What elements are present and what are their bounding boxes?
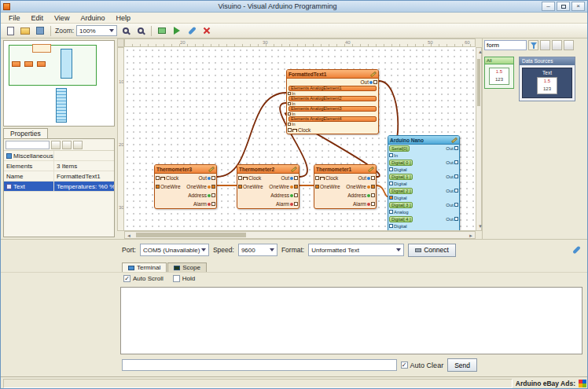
zoom-select[interactable]: 100% (76, 25, 117, 36)
menu-edit[interactable]: Edit (27, 13, 49, 23)
run-button[interactable] (171, 25, 183, 37)
overview-minimap[interactable] (3, 40, 115, 127)
serial-settings-button[interactable] (570, 244, 582, 256)
scroll-left-icon[interactable]: ◄ (127, 233, 131, 239)
onewire-pin[interactable] (238, 185, 242, 189)
properties-filter-input[interactable] (6, 141, 50, 149)
clock-pin[interactable] (156, 176, 160, 180)
settings-button[interactable] (186, 25, 198, 37)
category-view-icon[interactable] (51, 141, 61, 149)
onewire-pin[interactable] (294, 185, 298, 189)
menu-arduino[interactable]: Arduino (75, 13, 109, 23)
element-header[interactable]: Elements AnalogElement3 (288, 106, 377, 112)
in-pin[interactable] (288, 92, 291, 95)
element-header[interactable]: Elements AnalogElement2 (288, 96, 377, 101)
out-pin[interactable] (454, 146, 458, 150)
edit-icon[interactable] (451, 137, 458, 142)
onewire-wire[interactable] (377, 185, 388, 196)
out-pin[interactable] (373, 80, 377, 84)
block-thermometer1[interactable]: Thermometer1 ClockOut OneWireOneWire Add… (314, 164, 377, 209)
categories-icon[interactable] (552, 40, 562, 50)
edit-icon[interactable] (368, 166, 374, 171)
tab-scope[interactable]: Scope (167, 262, 207, 272)
out-pin[interactable] (454, 174, 458, 178)
clock-pin[interactable] (238, 176, 242, 180)
zoom-in-button[interactable] (119, 25, 132, 37)
out-pin[interactable] (211, 176, 215, 180)
alarm-pin[interactable] (371, 202, 375, 206)
terminal-output[interactable] (120, 287, 582, 354)
out-pin[interactable] (454, 203, 458, 207)
horizontal-scrollbar[interactable]: ◄ ► (124, 231, 476, 239)
menu-file[interactable]: File (4, 13, 25, 23)
block-formattedtext1[interactable]: FormattedText1 Out Elements AnalogElemen… (286, 69, 379, 134)
component-icon[interactable]: 1.5123 (537, 77, 557, 94)
search-input[interactable] (484, 40, 527, 50)
block-thermometer3[interactable]: Thermometer3 ClockOut OneWireOneWire Add… (154, 164, 217, 209)
component-item-text[interactable]: Text 1.5123 (522, 68, 572, 98)
vertical-scrollbar[interactable]: ▲ ▼ (476, 47, 482, 231)
in-pin[interactable] (389, 224, 393, 228)
connect-button[interactable]: Connect (408, 244, 456, 257)
ebay-icon[interactable] (579, 380, 586, 387)
in-pin[interactable] (288, 112, 291, 116)
minimap-viewport[interactable] (9, 45, 97, 86)
clock-pin[interactable] (315, 176, 319, 180)
close-button[interactable]: × (571, 2, 585, 11)
out-pin[interactable] (454, 189, 458, 193)
format-select[interactable]: Unformatted Text (308, 244, 404, 256)
alarm-pin[interactable] (294, 202, 298, 206)
block-arduino-nano[interactable]: Arduino Nano Serial[0]Out In Digital[ 0 … (388, 135, 460, 231)
menu-view[interactable]: View (50, 13, 74, 23)
in-pin[interactable] (288, 123, 291, 126)
edit-icon[interactable] (291, 166, 297, 171)
zoom-out-button[interactable] (134, 25, 147, 37)
in-pin[interactable] (389, 167, 393, 171)
property-row[interactable]: Elements 3 Items (4, 161, 114, 171)
in-pin[interactable] (389, 182, 393, 185)
menu-help[interactable]: Help (111, 13, 135, 23)
out-pin[interactable] (454, 217, 458, 221)
element-header[interactable]: Elements AnalogElement4 (288, 116, 377, 122)
scroll-right-icon[interactable]: ► (469, 233, 473, 239)
onewire-pin[interactable] (315, 185, 319, 189)
auto-clear-checkbox[interactable]: ✓Auto Clear (401, 361, 444, 369)
out-pin[interactable] (371, 176, 375, 180)
disconnect-button[interactable] (200, 25, 213, 37)
toolbox-group-all[interactable]: All 1.5123 (484, 57, 514, 89)
in-pin[interactable] (288, 102, 291, 105)
hold-checkbox[interactable]: Hold (173, 275, 195, 282)
edit-icon[interactable] (370, 71, 377, 76)
tab-properties[interactable]: Properties (3, 128, 48, 138)
clock-pin[interactable] (288, 128, 292, 132)
tab-terminal[interactable]: Terminal (122, 262, 167, 272)
address-pin[interactable] (371, 193, 375, 197)
property-row[interactable]: Miscellaneous (4, 151, 114, 161)
out-pin[interactable] (454, 160, 458, 164)
onewire-pin[interactable] (371, 185, 375, 189)
out-pin[interactable] (294, 176, 298, 180)
minimize-button[interactable]: – (542, 2, 555, 11)
alarm-pin[interactable] (211, 202, 215, 206)
view-mode-icon[interactable] (540, 40, 550, 50)
sort-view-icon[interactable] (62, 141, 72, 149)
design-canvas[interactable]: FormattedText1 Out Elements AnalogElemen… (124, 47, 476, 231)
in-pin[interactable] (389, 196, 393, 200)
new-file-button[interactable] (4, 25, 17, 37)
send-button[interactable]: Send (447, 358, 477, 372)
auto-scroll-checkbox[interactable]: ✓Auto Scroll (123, 275, 164, 282)
filter-icon[interactable] (528, 40, 538, 50)
onewire-pin[interactable] (211, 185, 215, 189)
element-header[interactable]: Elements AnalogElement1 (288, 86, 377, 91)
speed-select[interactable]: 9600 (238, 244, 277, 256)
onewire-pin[interactable] (156, 185, 160, 189)
address-pin[interactable] (211, 193, 215, 197)
toolbox-group-data-sources[interactable]: Data Sources Text 1.5123 (519, 57, 575, 101)
save-button[interactable] (34, 25, 46, 37)
edit-icon[interactable] (208, 166, 215, 171)
compile-button[interactable] (156, 25, 168, 37)
scrollbar-thumb[interactable] (136, 233, 246, 237)
address-pin[interactable] (294, 193, 298, 197)
in-pin[interactable] (389, 210, 393, 214)
property-row-selected[interactable]: Text Temperatures: %0 %1 %2... (4, 182, 114, 192)
